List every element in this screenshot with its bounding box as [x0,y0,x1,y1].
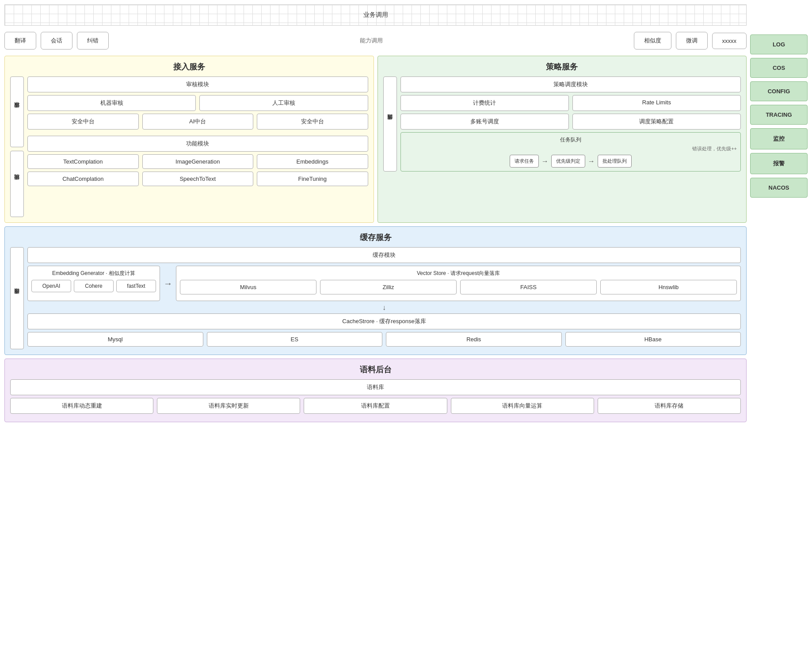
arrow-right: → [164,266,172,301]
huancun-side-label: 缓存调用 [10,247,24,349]
imagegen-box: ImageGeneration [142,154,254,169]
anquan-row: 安全中台 AI中台 安全中台 [27,114,368,130]
jifei-row: 计费统计 Rate Limits [400,95,741,111]
mysql-box: Mysql [27,332,203,347]
right-sidebar: LOG COS CONFIG TRACING 监控 报警 NACOS [750,4,808,664]
yuliao-title: 语料后台 [10,364,741,375]
cap-item-4: 微调 [676,32,708,50]
arrow-down: ↓ [27,304,741,312]
task-queue-box: 任务队列 错误处理，优先级++ 请求任务 → 优先级判定 → 批处理队列 [400,132,741,172]
sidebar-tracing[interactable]: TRACING [750,105,808,125]
shenhe-box: 审核模块 [27,76,368,92]
arrow-2: → [588,157,595,165]
ai-box: AI中台 [142,114,254,130]
yuliao-item5: 语料库存储 [598,398,741,414]
cohere-box: Cohere [74,280,114,292]
shenhe-side-label: 审核调用 [10,76,24,147]
sidebar-config[interactable]: CONFIG [750,81,808,101]
cap-item-1: 会话 [41,32,72,50]
duozhang-row: 多账号调度 调度策略配置 [400,114,741,130]
redis-box: Redis [386,332,562,347]
sidebar-jiankong[interactable]: 监控 [750,128,808,149]
yuliao-row: 语料库动态重建 语料库实时更新 语料库配置 语料库向量运算 语料库存储 [10,398,741,414]
anquan1-box: 安全中台 [27,114,139,130]
fasttext-box: fastText [116,280,156,292]
task-queue-title: 任务队列 [404,136,737,144]
embed-left: Embedding Generator · 相似度计算 OpenAI Coher… [27,266,160,301]
gongneng-box: 功能模块 [27,136,368,152]
huancun-title: 缓存服务 [10,232,741,243]
gongneng-side-label: 功能调用 [10,151,24,217]
center-label: 能力调用 [113,37,629,45]
cap-item-0: 翻译 [4,32,36,50]
yuliao-item2: 语料库实时更新 [157,398,300,414]
sidebar-cos[interactable]: COS [750,58,808,78]
anquan2-box: 安全中台 [257,114,368,130]
jieru-title: 接入服务 [10,61,368,72]
yuliao-item1: 语料库动态重建 [10,398,153,414]
es-box: ES [207,332,383,347]
cachestore-box: CacheStrore · 缓存response落库 [27,313,741,329]
task-subtitle: 错误处理，优先级++ [404,145,737,152]
cap-item-5: xxxxx [712,33,747,49]
yuliao-ku-box: 语料库 [10,379,741,395]
capability-row: 翻译 会话 纠错 能力调用 相似度 微调 xxxxx [4,29,747,52]
embed-gen-title: Embedding Generator · 相似度计算 [31,270,156,277]
milvus-box: Milvus [180,280,316,294]
openai-box: OpenAI [31,280,71,292]
flow-item-3: 批处理队列 [598,155,632,168]
top-bar: 业务调用 [4,4,747,26]
ratelimits-box: Rate Limits [572,95,741,111]
top-bar-label: 业务调用 [363,11,388,18]
embed-row: Embedding Generator · 相似度计算 OpenAI Coher… [27,266,741,301]
flow-item-1: 请求任务 [510,155,539,168]
sidebar-baojing[interactable]: 报警 [750,153,808,174]
hnswlib-box: Hnswlib [600,280,737,294]
finetune-box: FineTuning [257,172,368,186]
main-container: 业务调用 翻译 会话 纠错 能力调用 相似度 微调 xxxxx 接入服务 审核调… [0,0,812,668]
db-row: Mysql ES Redis HBase [27,332,741,347]
diaodu-box: 策略调度模块 [400,76,741,92]
jieru-section: 接入服务 审核调用 功能调用 审核模块 机器审核 人工审核 [4,56,374,223]
chatcomp-box: ChatComplation [27,172,139,186]
task-flow: 请求任务 → 优先级判定 → 批处理队列 [404,155,737,168]
embed-sub-row: OpenAI Cohere fastText [31,280,156,292]
hbase-box: HBase [565,332,741,347]
zilliz-box: Zilliz [320,280,457,294]
huancun-section: 缓存服务 缓存调用 缓存模块 Embedding Generator · 相似度… [4,226,747,355]
vector-title: Vector Store · 请求request向量落库 [180,270,737,277]
vector-row: Milvus Zilliz FAISS Hnswlib [180,280,737,294]
cap-item-2: 纠错 [77,32,109,50]
arrow-1: → [541,157,549,165]
flow-item-2: 优先级判定 [551,155,585,168]
speech-box: SpeechToText [142,172,254,186]
middle-row: 接入服务 审核调用 功能调用 审核模块 机器审核 人工审核 [4,56,747,223]
jifei-box: 计费统计 [400,95,569,111]
yuliao-section: 语料后台 语料库 语料库动态重建 语料库实时更新 语料库配置 语料库向量运算 语… [4,359,747,422]
diaoduconfig-box: 调度策略配置 [572,114,741,130]
left-content: 业务调用 翻译 会话 纠错 能力调用 相似度 微调 xxxxx 接入服务 审核调… [4,4,747,664]
sidebar-log[interactable]: LOG [750,34,808,54]
celue-title: 策略服务 [383,61,741,72]
celue-side-label: 策略调用 [383,76,397,172]
textcomp-row: TextComplation ImageGeneration Embedding… [27,154,368,169]
embeddings-box: Embeddings [257,154,368,169]
yuliao-item3: 语料库配置 [304,398,447,414]
jiqi-row: 机器审核 人工审核 [27,95,368,111]
sidebar-nacos[interactable]: NACOS [750,178,808,198]
rengong-box: 人工审核 [199,95,368,111]
embed-right: Vector Store · 请求request向量落库 Milvus Zill… [176,266,741,301]
jiqi-box: 机器审核 [27,95,196,111]
duozhang-box: 多账号调度 [400,114,569,130]
huancun-module: 缓存模块 [27,247,741,263]
celue-section: 策略服务 策略调用 策略调度模块 计费统计 Rate Limits 多账号调度 … [377,56,747,223]
yuliao-item4: 语料库向量运算 [451,398,594,414]
chatcomp-row: ChatComplation SpeechToText FineTuning [27,172,368,186]
cap-item-3: 相似度 [634,32,671,50]
textcomp-box: TextComplation [27,154,139,169]
faiss-box: FAISS [460,280,597,294]
